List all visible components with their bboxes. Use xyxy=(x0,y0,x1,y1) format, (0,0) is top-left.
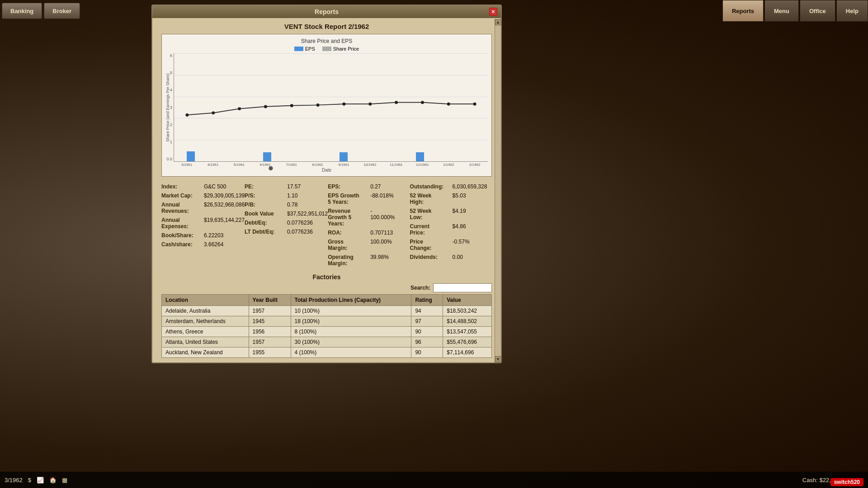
cell-lines: 18 (100%) xyxy=(291,316,411,327)
office-top-button[interactable]: Office xyxy=(800,0,835,22)
stat-outstanding-label: Outstanding: xyxy=(410,183,451,190)
legend-price-color xyxy=(322,47,331,51)
cell-year: 1956 xyxy=(249,327,291,337)
cell-lines: 30 (100%) xyxy=(291,337,411,347)
table-row: Atlanta, United States 1957 30 (100%) 96… xyxy=(162,337,492,347)
stat-52-high: 52 WeekHigh: $5.03 xyxy=(410,191,492,206)
stat-pb: P/B: 0.78 xyxy=(245,200,328,209)
stat-cashshare-value: 3.66264 xyxy=(204,241,223,248)
stat-rev-growth-label: RevenueGrowth 5Years: xyxy=(328,208,368,227)
stat-pe-value: 17.57 xyxy=(287,183,301,190)
top-bar-left: Banking Broker xyxy=(0,3,80,19)
stat-eps-growth-label: EPS Growth5 Years: xyxy=(328,192,368,205)
stat-outstanding: Outstanding: 6,030,659,328 xyxy=(410,182,492,191)
stat-gross-margin: GrossMargin: 100.00% xyxy=(328,237,410,253)
factory-table: Location Year Built Total Production Lin… xyxy=(161,294,492,358)
stat-current-price: CurrentPrice: $4.86 xyxy=(410,222,492,237)
cell-location: Atlanta, United States xyxy=(162,337,249,347)
menu-top-button[interactable]: Menu xyxy=(764,0,799,22)
legend-price: Share Price xyxy=(322,46,359,52)
chart-inner: 0.0 1 2 3 4 5 6 xyxy=(174,53,488,162)
chart-title: Share Price and EPS xyxy=(165,38,488,44)
stat-ps-label: P/S: xyxy=(245,192,285,199)
stat-eps: EPS: 0.27 xyxy=(328,182,410,191)
stat-bookshare-value: 6.22203 xyxy=(204,232,223,239)
stat-roa-value: 0.707113 xyxy=(370,230,393,236)
stat-eps-growth-value: -88.018% xyxy=(370,192,393,205)
stats-section: Index: G&C 500 Market Cap: $29,309,005,1… xyxy=(161,182,492,268)
switch-logo: switch520 xyxy=(830,478,863,486)
stat-debteq: Debt/Eq: 0.0776236 xyxy=(245,218,328,227)
stat-expenses-label: AnnualExpenses: xyxy=(161,217,202,230)
stat-cashshare-label: Cash/share: xyxy=(161,241,202,248)
stat-index-label: Index: xyxy=(161,183,202,190)
dot-6 xyxy=(316,103,320,107)
stat-52-low-value: $4.19 xyxy=(453,208,466,221)
stat-op-margin-value: 39.98% xyxy=(370,254,389,267)
col-lines: Total Production Lines (Capacity) xyxy=(291,295,411,306)
stat-bookvalue: Book Value $37,522,951,012 xyxy=(245,209,328,218)
y-label-4: 4 xyxy=(161,88,172,92)
bottom-chart-icon: 📈 xyxy=(37,477,44,483)
bottom-cash-icon: $ xyxy=(28,477,31,483)
cell-location: Athens, Greece xyxy=(162,327,249,337)
col-rating: Rating xyxy=(411,295,443,306)
cell-value: $13,547,055 xyxy=(443,327,492,337)
stat-marketcap: Market Cap: $29,309,005,139 xyxy=(161,191,245,200)
stat-expenses: AnnualExpenses: $19,635,144,227 xyxy=(161,216,245,231)
stat-pb-value: 0.78 xyxy=(287,202,297,208)
scrollbar[interactable]: ▲ ▼ xyxy=(495,19,501,362)
reports-top-button[interactable]: Reports xyxy=(722,0,764,22)
price-line xyxy=(187,103,475,115)
table-row: Auckland, New Zealand 1955 4 (100%) 90 $… xyxy=(162,347,492,358)
banking-button[interactable]: Banking xyxy=(2,3,42,19)
stat-revenues: AnnualRevenues: $26,532,968,086 xyxy=(161,200,245,216)
dot-1 xyxy=(185,113,189,117)
cell-location: Adelaide, Australia xyxy=(162,306,249,316)
scroll-down-arrow[interactable]: ▼ xyxy=(495,356,501,362)
stat-dividends-label: Dividends: xyxy=(410,254,451,260)
cell-value: $55,476,696 xyxy=(443,337,492,347)
cell-year: 1957 xyxy=(249,306,291,316)
window-content: VENT Stock Report 2/1962 Share Price and… xyxy=(152,18,501,362)
help-top-button[interactable]: Help xyxy=(836,0,868,22)
stat-current-price-value: $4.86 xyxy=(453,223,466,236)
dot-9 xyxy=(395,101,398,104)
cell-lines: 8 (100%) xyxy=(291,327,411,337)
y-axis: 0.0 1 2 3 4 5 6 xyxy=(161,53,172,161)
col-location: Location xyxy=(162,295,249,306)
broker-button[interactable]: Broker xyxy=(44,3,80,19)
stat-price-change: PriceChange: -0.57% xyxy=(410,237,492,253)
search-input[interactable] xyxy=(433,283,492,292)
legend-eps-label: EPS xyxy=(305,46,315,52)
stat-52-low: 52 WeekLow: $4.19 xyxy=(410,206,492,222)
cell-value: $18,503,242 xyxy=(443,306,492,316)
stat-dividends-value: 0.00 xyxy=(453,254,463,260)
stats-col-1: Index: G&C 500 Market Cap: $29,309,005,1… xyxy=(161,182,245,268)
stat-index: Index: G&C 500 xyxy=(161,182,245,191)
dot-11 xyxy=(447,103,450,106)
cell-year: 1955 xyxy=(249,347,291,358)
stat-gross-margin-label: GrossMargin: xyxy=(328,239,368,251)
line-chart-svg xyxy=(174,53,488,179)
cell-rating: 90 xyxy=(411,347,443,358)
stat-gross-margin-value: 100.00% xyxy=(370,239,392,251)
stat-price-change-label: PriceChange: xyxy=(410,239,451,251)
stat-index-value: G&C 500 xyxy=(204,183,226,190)
chart-legend: EPS Share Price xyxy=(165,46,488,52)
legend-eps: EPS xyxy=(294,46,315,52)
stats-col-2: PE: 17.57 P/S: 1.10 P/B: 0.78 Book Value… xyxy=(245,182,328,268)
y-label-6: 6 xyxy=(161,53,172,58)
dot-10 xyxy=(421,101,424,104)
top-bar: Banking Broker Reports Menu Office Help xyxy=(0,0,868,22)
bottom-grid-icon: ▦ xyxy=(62,477,67,483)
search-label: Search: xyxy=(410,285,430,291)
cell-rating: 90 xyxy=(411,327,443,337)
cell-year: 1957 xyxy=(249,337,291,347)
stat-52-high-value: $5.03 xyxy=(453,192,466,205)
cell-lines: 4 (100%) xyxy=(291,347,411,358)
stat-52-low-label: 52 WeekLow: xyxy=(410,208,451,221)
stat-roa: ROA: 0.707113 xyxy=(328,228,410,237)
dot-2 xyxy=(212,111,215,114)
stat-revenues-value: $26,532,968,086 xyxy=(204,202,245,214)
